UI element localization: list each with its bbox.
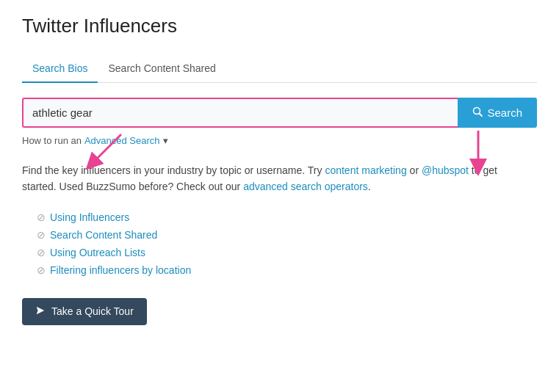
search-row: Search: [22, 98, 537, 128]
search-icon: [472, 106, 483, 119]
help-link-item: ⊘Search Content Shared: [37, 229, 537, 241]
help-link[interactable]: Using Influencers: [50, 211, 129, 223]
quick-tour-button[interactable]: Take a Quick Tour: [22, 298, 147, 325]
description-text: Find the key influencers in your industr…: [22, 162, 522, 195]
help-link-item: ⊘Using Outreach Lists: [37, 247, 537, 258]
search-button-label: Search: [487, 106, 522, 119]
help-circle-icon: ⊘: [37, 229, 46, 241]
help-link[interactable]: Search Content Shared: [50, 229, 157, 241]
help-circle-icon: ⊘: [37, 247, 46, 258]
help-link-item: ⊘Using Influencers: [37, 211, 537, 223]
advanced-search-link: How to run an Advanced Search ▾: [22, 135, 537, 146]
page-title: Twitter Influencers: [22, 15, 537, 37]
description-middle: or: [407, 164, 422, 176]
help-circle-icon: ⊘: [37, 211, 46, 223]
help-link-item: ⊘Filtering influencers by location: [37, 264, 537, 276]
search-input[interactable]: [24, 99, 458, 126]
search-button[interactable]: Search: [458, 98, 537, 128]
svg-line-1: [480, 114, 483, 117]
quick-tour-label: Take a Quick Tour: [51, 305, 134, 317]
tab-search-content-shared[interactable]: Search Content Shared: [98, 55, 226, 83]
content-marketing-link[interactable]: content marketing: [325, 164, 406, 176]
description-before: Find the key influencers in your industr…: [22, 164, 325, 176]
chevron-down-icon: ▾: [163, 135, 168, 146]
tabs-container: Search Bios Search Content Shared: [22, 55, 537, 83]
advanced-search-prefix: How to run an: [22, 135, 82, 146]
help-circle-icon: ⊘: [37, 264, 46, 276]
quick-tour-icon: [35, 305, 46, 318]
hubspot-link[interactable]: @hubspot: [422, 164, 469, 176]
search-input-wrapper: [22, 98, 458, 128]
help-link[interactable]: Using Outreach Lists: [50, 247, 145, 258]
description-after2: .: [368, 181, 371, 192]
advanced-operators-link[interactable]: advanced search operators: [243, 181, 368, 192]
help-links-list: ⊘Using Influencers⊘Search Content Shared…: [22, 211, 537, 276]
tab-search-bios[interactable]: Search Bios: [22, 55, 98, 83]
advanced-search-link-anchor[interactable]: Advanced Search: [84, 135, 160, 146]
help-link[interactable]: Filtering influencers by location: [50, 264, 191, 276]
